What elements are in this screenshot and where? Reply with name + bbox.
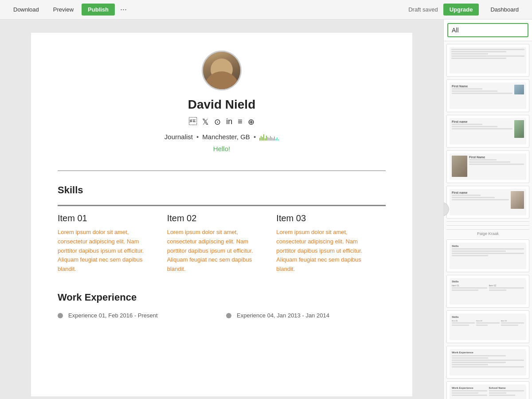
thumb-line [452, 322, 475, 324]
thumb-inner-9: Work Experience School Name [450, 384, 526, 399]
template-filter-select[interactable]: All Modern Classic Creative [447, 23, 528, 37]
template-thumb-2[interactable]: First name [446, 115, 529, 148]
thumb-layout-4: First name [450, 189, 526, 211]
linkedin-icon[interactable]: in [226, 117, 232, 127]
thumb-line [489, 287, 524, 289]
template-thumb-0[interactable] [446, 44, 529, 77]
thumb-work-col-b: School Name [489, 387, 524, 397]
thumb-line [452, 195, 481, 196]
thumb-work-label-9: Work Experience [452, 387, 487, 389]
twitter-icon[interactable]: 𝕏 [202, 117, 209, 127]
dribbble-icon[interactable]: ⊕ [248, 117, 254, 127]
stack-icon[interactable]: ≡ [238, 117, 243, 127]
thumb-photo-3 [452, 156, 467, 177]
thumb-skills-label-5: Skills [452, 245, 524, 247]
thumb-inner-2: First name [450, 118, 526, 145]
thumb-photo-2 [514, 120, 524, 138]
thumb-cols-6: Item 01 Item 02 [452, 284, 524, 292]
template-thumb-5[interactable]: Skills [446, 239, 529, 272]
work-dot-2 [226, 313, 231, 318]
skills-section: Skills Item 01 Lorem ipsum dolor sit ame… [58, 184, 386, 274]
thumb-text-4: First name [452, 191, 509, 209]
thumb-line [452, 253, 524, 254]
thumb-line [469, 164, 524, 165]
thumb-inner-3: First Name [450, 153, 526, 180]
thumb-text-3: First Name [469, 156, 524, 177]
work-item-2-label: Experience 04, Jan 2013 - Jan 2014 [237, 312, 329, 319]
github-icon[interactable]: ⊙ [214, 117, 221, 127]
thumb-line [452, 248, 524, 250]
skills-title: Skills [58, 184, 386, 196]
publish-button[interactable]: Publish [82, 4, 115, 16]
canvas: David Nield  𝕏 ⊙ in ≡ ⊕ Journalist • Ma… [0, 20, 443, 399]
thumb-work-label-9b: School Name [489, 387, 524, 389]
upgrade-button[interactable]: Upgrade [443, 4, 479, 16]
skill-item-2: Item 02 Lorem ipsum dolor sit amet, cons… [167, 205, 277, 274]
template-thumb-7[interactable]: Skills Item 01 Item 02 [446, 310, 529, 343]
thumb-lines-0 [450, 47, 526, 62]
sparkline-decoration [259, 133, 279, 141]
skill-2-title: Item 02 [167, 213, 263, 223]
thumb-line [452, 357, 488, 359]
template-thumb-4[interactable]: First name [446, 186, 529, 219]
profile-name: David Nield [58, 98, 386, 112]
thumb-inner-6: Skills Item 01 Item 02 [450, 278, 526, 305]
template-thumb-9[interactable]: Work Experience School Name [446, 381, 529, 399]
thumb-layout-2: First name [450, 118, 526, 140]
thumb-photo-4 [511, 191, 524, 209]
thumb-line [452, 88, 482, 90]
skill-item-3: Item 03 Lorem ipsum dolor sit amet, cons… [276, 205, 386, 274]
work-title: Work Experience [58, 292, 386, 303]
thumb-line [452, 390, 487, 391]
avatar-image [203, 52, 240, 89]
thumb-col-label-e: Item 03 [501, 320, 524, 322]
thumb-col-e: Item 03 [501, 320, 524, 327]
thumb-col-label-d: Item 02 [476, 320, 499, 322]
work-dot-1 [58, 313, 63, 318]
work-grid: Experience 01, Feb 2016 - Present Experi… [58, 312, 386, 319]
more-options-button[interactable]: ··· [117, 3, 130, 16]
template-thumb-8[interactable]: Work Experience [446, 346, 529, 379]
download-button[interactable]: Download [7, 4, 45, 16]
facebook-icon[interactable]:  [189, 117, 197, 127]
resume-card: David Nield  𝕏 ⊙ in ≡ ⊕ Journalist • Ma… [31, 33, 412, 396]
template-thumb-3[interactable]: First Name [446, 150, 529, 183]
profile-section: David Nield  𝕏 ⊙ in ≡ ⊕ Journalist • Ma… [58, 51, 386, 166]
thumb-line [489, 392, 507, 394]
skill-3-title: Item 03 [276, 213, 372, 223]
thumb-work-col-a: Work Experience [452, 387, 487, 397]
dashboard-button[interactable]: Dashboard [484, 4, 525, 16]
thumb-line [489, 395, 516, 396]
template-thumb-6[interactable]: Skills Item 01 Item 02 [446, 275, 529, 308]
skill-2-text: Lorem ipsum dolor sit amet, consectetur … [167, 228, 263, 274]
thumb-inner-8: Work Experience [450, 349, 526, 376]
sidebar-filter: All Modern Classic Creative [444, 20, 532, 41]
preview-button[interactable]: Preview [47, 4, 80, 16]
profile-title: Journalist [164, 133, 193, 141]
profile-subtitle: Journalist • Manchester, GB • [58, 133, 386, 141]
thumb-line [452, 360, 524, 361]
thumb-line [452, 126, 497, 127]
work-item-1-label: Experience 01, Feb 2016 - Present [68, 312, 158, 319]
thumb-line [452, 325, 469, 326]
thumb-inner-5: Skills [450, 243, 526, 269]
main-area: David Nield  𝕏 ⊙ in ≡ ⊕ Journalist • Ma… [0, 20, 532, 399]
thumb-layout-3: First Name [450, 153, 526, 179]
thumb-layout-8: Work Experience [450, 349, 526, 371]
thumb-work-label-8: Work Experience [452, 351, 524, 354]
profile-location: Manchester, GB [202, 133, 250, 141]
social-icons:  𝕏 ⊙ in ≡ ⊕ [58, 117, 386, 127]
topbar: Download Preview Publish ··· Draft saved… [0, 0, 532, 20]
template-thumb-1[interactable]: First Name [446, 79, 529, 112]
thumb-line [501, 325, 518, 326]
thumb-text-2: First name [452, 120, 512, 138]
thumb-name-label: First Name [452, 85, 512, 88]
thumb-line [452, 392, 478, 394]
thumb-line [451, 53, 488, 55]
thumb-layout-1: First Name [450, 82, 526, 97]
spacer-2 [444, 226, 532, 229]
thumb-line [451, 49, 524, 50]
thumb-line [452, 395, 487, 396]
topbar-right: Draft saved Upgrade Dashboard [408, 4, 525, 16]
thumb-line [452, 128, 512, 129]
